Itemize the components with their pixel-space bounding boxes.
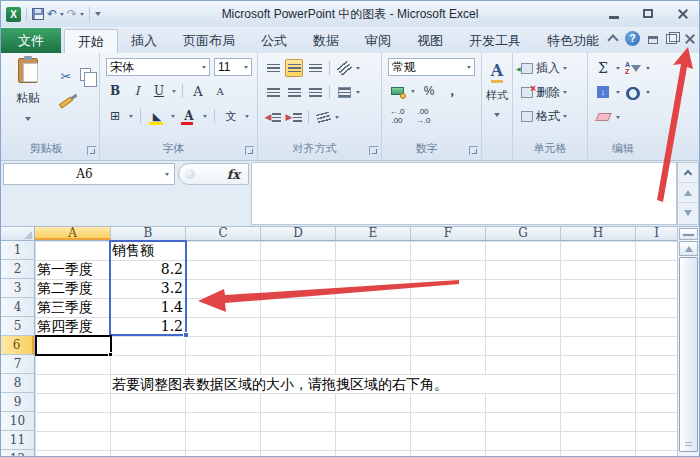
row-header-10[interactable]: 10 (1, 412, 34, 431)
borders-button[interactable]: ⊞ (106, 107, 124, 125)
orientation-button[interactable] (335, 59, 353, 77)
range-resize-handle[interactable] (183, 332, 189, 338)
bold-button[interactable]: B (106, 82, 124, 100)
tab-home[interactable]: 开始 (64, 29, 118, 53)
cell-A4[interactable]: 第三季度 (37, 298, 109, 317)
formula-scroll-up-button[interactable] (678, 183, 698, 203)
vertical-scrollbar[interactable] (677, 227, 699, 457)
formula-scroll-down-button[interactable] (678, 203, 698, 223)
wrap-text-button[interactable] (314, 108, 332, 126)
excel-logo-icon[interactable]: X (6, 7, 21, 22)
fill-handle[interactable] (108, 352, 113, 357)
customize-qat-icon[interactable] (95, 12, 101, 16)
accounting-dropdown-icon[interactable] (411, 90, 415, 93)
tab-formulas[interactable]: 公式 (248, 29, 300, 53)
tab-file[interactable]: 文件 (1, 28, 61, 53)
grid-cells[interactable]: 销售额 第一季度 8.2 第二季度 3.2 第三季度 1.4 第四季度 1.2 … (35, 241, 677, 457)
number-dialog-launcher-icon[interactable] (469, 146, 478, 155)
row-header-5[interactable]: 5 (1, 317, 34, 336)
redo-icon[interactable]: ↷ (67, 8, 77, 20)
phonetic-dropdown-icon[interactable] (245, 115, 249, 118)
increase-decimal-button[interactable]: ←.0.00 (388, 107, 406, 125)
column-header-E[interactable]: E (336, 227, 411, 240)
delete-cells-button[interactable]: 删除 (521, 83, 567, 101)
row-header-11[interactable]: 11 (1, 431, 34, 450)
paste-dropdown-icon[interactable] (25, 117, 31, 121)
clear-dropdown-icon[interactable] (616, 116, 620, 119)
scroll-up-button[interactable] (679, 241, 698, 256)
insert-function-button[interactable]: fx (178, 163, 249, 185)
cell-A2[interactable]: 第一季度 (37, 260, 109, 279)
chart-data-range-border[interactable] (109, 240, 187, 336)
copy-button[interactable] (79, 65, 97, 83)
merge-center-button[interactable] (335, 83, 353, 101)
wrap-text-dropdown-icon[interactable] (335, 116, 339, 119)
underline-dropdown-icon[interactable] (172, 90, 176, 93)
column-header-I[interactable]: I (636, 227, 677, 240)
font-dialog-launcher-icon[interactable] (245, 146, 254, 155)
row-header-2[interactable]: 2 (1, 260, 34, 279)
phonetic-guide-button[interactable]: 文 (222, 107, 240, 125)
column-header-C[interactable]: C (186, 227, 261, 240)
undo-dropdown-icon[interactable] (60, 13, 64, 16)
align-right-button[interactable] (306, 83, 324, 101)
find-select-button[interactable] (624, 83, 642, 101)
cell-A5[interactable]: 第四季度 (37, 317, 109, 336)
column-header-B[interactable]: B (111, 227, 186, 240)
undo-icon[interactable]: ↶ (47, 8, 57, 20)
row-header-3[interactable]: 3 (1, 279, 34, 298)
sort-filter-button[interactable]: AZ (624, 59, 642, 77)
row-header-6[interactable]: 6 (1, 336, 34, 355)
select-all-corner[interactable] (1, 227, 35, 241)
font-size-combobox[interactable]: 11 (214, 58, 252, 76)
cell-A3[interactable]: 第二季度 (37, 279, 109, 298)
format-painter-button[interactable] (57, 93, 75, 111)
maximize-button[interactable] (635, 5, 661, 22)
row-header-12[interactable]: 12 (1, 450, 34, 457)
column-header-H[interactable]: H (561, 227, 636, 240)
align-center-button[interactable] (285, 83, 303, 101)
cell-B8-note[interactable]: 若要调整图表数据区域的大小，请拖拽区域的右下角。 (112, 375, 544, 393)
workbook-restore-icon[interactable] (666, 34, 677, 44)
font-color-dropdown-icon[interactable] (203, 115, 207, 118)
clipboard-dialog-launcher-icon[interactable] (87, 146, 96, 155)
column-header-D[interactable]: D (261, 227, 336, 240)
tab-page-layout[interactable]: 页面布局 (170, 29, 248, 53)
align-left-button[interactable] (264, 83, 282, 101)
row-header-8[interactable]: 8 (1, 374, 34, 393)
name-box-dropdown-icon[interactable] (165, 173, 169, 176)
borders-dropdown-icon[interactable] (129, 115, 133, 118)
redo-dropdown-icon[interactable] (80, 13, 84, 16)
row-header-1[interactable]: 1 (1, 241, 34, 260)
tab-developer[interactable]: 开发工具 (456, 29, 534, 53)
close-button[interactable] (669, 5, 695, 22)
fill-button[interactable]: ↓ (594, 83, 612, 101)
decrease-decimal-button[interactable]: .00→.0 (414, 107, 432, 125)
tab-insert[interactable]: 插入 (118, 29, 170, 53)
autosum-dropdown-icon[interactable] (616, 67, 620, 70)
save-icon[interactable] (32, 8, 44, 20)
merge-dropdown-icon[interactable] (356, 91, 360, 94)
styles-dropdown-icon[interactable] (494, 113, 500, 117)
active-cell-A6[interactable] (35, 335, 112, 356)
number-format-combobox[interactable]: 常规 (388, 58, 475, 76)
align-bottom-button[interactable] (306, 59, 324, 77)
name-box[interactable]: A6 (3, 163, 175, 185)
fill-dropdown-icon[interactable] (616, 91, 620, 94)
minimize-button[interactable] (601, 5, 627, 22)
underline-button[interactable]: U (150, 82, 168, 100)
comma-style-button[interactable]: ， (443, 82, 461, 100)
find-dropdown-icon[interactable] (646, 91, 650, 94)
tab-review[interactable]: 审阅 (352, 29, 404, 53)
align-middle-button[interactable] (285, 59, 303, 77)
scrollbar-split-box[interactable] (679, 228, 698, 240)
workbook-close-icon[interactable] (685, 34, 695, 44)
align-top-button[interactable] (264, 59, 282, 77)
italic-button[interactable]: I (128, 82, 146, 100)
tab-view[interactable]: 视图 (404, 29, 456, 53)
paste-button[interactable]: 粘贴 (9, 58, 47, 125)
decrease-indent-button[interactable]: ◀ (264, 108, 282, 126)
font-name-combobox[interactable]: 宋体 (106, 58, 210, 76)
styles-button[interactable]: A 样式 (482, 61, 512, 121)
tab-special-features[interactable]: 特色功能 (534, 29, 612, 53)
